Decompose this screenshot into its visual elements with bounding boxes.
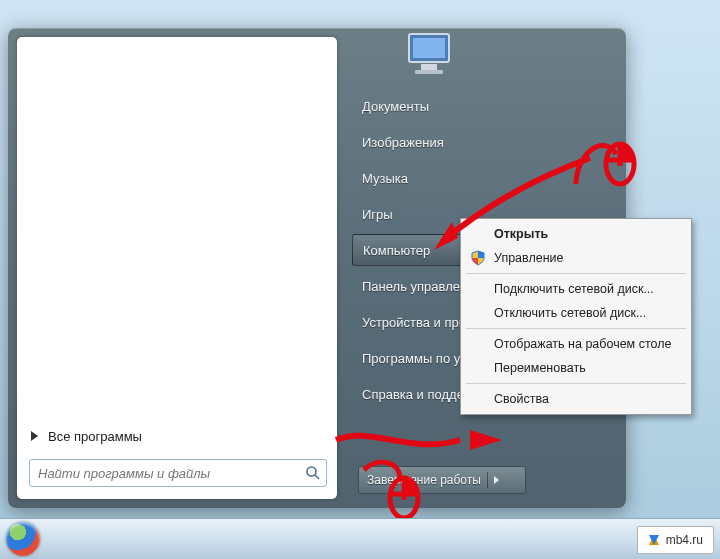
context-menu-item-label: Управление (494, 251, 564, 265)
svg-rect-2 (421, 64, 437, 70)
start-right-item-label: Изображения (362, 135, 444, 150)
svg-point-4 (307, 467, 316, 476)
start-right-item-0[interactable]: Документы (348, 88, 618, 124)
computer-monitor-icon (403, 32, 459, 80)
context-menu-item-label: Свойства (494, 392, 549, 406)
context-menu-separator (466, 328, 686, 329)
tray-watermark: mb4.ru (637, 526, 714, 554)
svg-rect-3 (415, 70, 443, 74)
context-menu-item-7[interactable]: Переименовать (464, 356, 688, 380)
tray-label: mb4.ru (666, 533, 703, 547)
start-menu-left-pane: Все программы (17, 37, 337, 499)
context-menu-item-label: Открыть (494, 227, 548, 241)
context-menu-item-9[interactable]: Свойства (464, 387, 688, 411)
context-menu-separator (466, 273, 686, 274)
context-menu-item-3[interactable]: Подключить сетевой диск... (464, 277, 688, 301)
context-menu-item-4[interactable]: Отключить сетевой диск... (464, 301, 688, 325)
shield-icon (470, 250, 486, 266)
context-menu-item-label: Отключить сетевой диск... (494, 306, 646, 320)
taskbar: mb4.ru (0, 518, 720, 559)
context-menu-item-0[interactable]: Открыть (464, 222, 688, 246)
svg-rect-1 (413, 38, 445, 58)
context-menu-item-label: Подключить сетевой диск... (494, 282, 654, 296)
context-menu-item-1[interactable]: Управление (464, 246, 688, 270)
start-right-item-label: Документы (362, 99, 429, 114)
mouse-hint-icon-right-click-1 (572, 126, 638, 199)
all-programs-label: Все программы (48, 429, 142, 444)
context-menu: ОткрытьУправлениеПодключить сетевой диск… (460, 218, 692, 415)
search-box[interactable] (29, 459, 327, 487)
svg-line-5 (315, 475, 319, 479)
context-menu-separator (466, 383, 686, 384)
search-input[interactable] (30, 466, 300, 481)
start-right-item-label: Компьютер (363, 243, 430, 258)
context-menu-item-6[interactable]: Отображать на рабочем столе (464, 332, 688, 356)
user-avatar-frame (396, 26, 466, 86)
start-orb-button[interactable] (6, 522, 40, 556)
desktop: Все программы ДокументыИзображенияМузыка… (0, 0, 720, 559)
start-right-item-label: Игры (362, 207, 393, 222)
context-menu-item-label: Отображать на рабочем столе (494, 337, 671, 351)
context-menu-item-label: Переименовать (494, 361, 586, 375)
start-right-item-label: Музыка (362, 171, 408, 186)
chevron-right-icon (494, 476, 499, 484)
split-divider (487, 472, 488, 488)
triangle-right-icon (31, 431, 38, 441)
link-icon (648, 534, 660, 546)
search-icon (300, 465, 326, 481)
all-programs-button[interactable]: Все программы (31, 423, 323, 449)
